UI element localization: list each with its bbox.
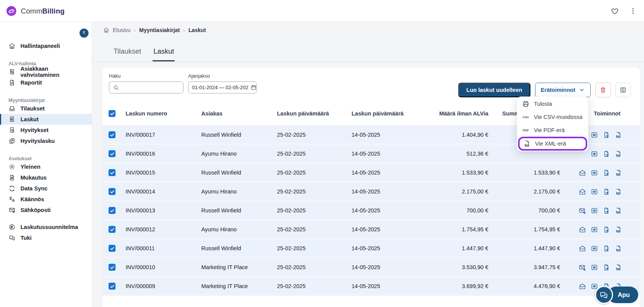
eye-icon[interactable] (591, 226, 598, 233)
gear-icon (8, 163, 15, 170)
xml-file-icon[interactable]: XML (615, 226, 622, 233)
row-checkbox[interactable] (109, 226, 116, 233)
menu-item-tulosta[interactable]: Tulosta (517, 97, 588, 110)
row-checkbox[interactable] (109, 131, 116, 138)
table-row[interactable]: INV/000012Ayumu Hirano25-02-202514-05-20… (102, 220, 640, 239)
help-button[interactable]: Apu (595, 286, 638, 304)
amount-excl-vat: 512,36 € (415, 145, 488, 163)
sidebar-item-raportit[interactable]: Raportit (0, 77, 92, 88)
due-date: 14-05-2025 (352, 277, 423, 295)
mail-open-icon[interactable] (579, 226, 586, 233)
sidebar-item-tilaukset[interactable]: Tilaukset (0, 103, 92, 114)
table-row[interactable]: INV/000013Russell Winfield25-02-202514-0… (102, 202, 640, 220)
row-checkbox[interactable] (109, 169, 116, 176)
xml-file-icon[interactable]: XML (615, 150, 622, 158)
file-export-icon[interactable] (603, 264, 610, 271)
row-checkbox[interactable] (109, 150, 116, 157)
sidebar-item-mukautus[interactable]: Mukautus (0, 172, 92, 183)
mail-send-icon[interactable] (579, 264, 586, 271)
eye-icon[interactable] (591, 207, 598, 214)
table-row[interactable]: INV/000009Marketing IT Place25-02-202514… (102, 277, 640, 296)
due-date: 14-05-2025 (352, 239, 423, 257)
brand: CommBilling (6, 5, 65, 17)
home-icon[interactable] (103, 27, 109, 33)
svg-text:XML: XML (524, 144, 529, 146)
eye-icon[interactable] (591, 188, 598, 195)
mail-send-icon[interactable] (579, 207, 586, 214)
sidebar-item-s-hk-posti[interactable]: Sähköposti (0, 205, 92, 215)
file-export-icon[interactable] (603, 207, 610, 214)
sidebar-item-k-nn-s[interactable]: Käännös (0, 194, 92, 205)
row-checkbox[interactable] (109, 188, 116, 195)
eye-icon[interactable] (591, 264, 598, 271)
invoice-number: INV/000016 (126, 145, 199, 163)
menu-item-vie-csv-muodossa[interactable]: CSVVie CSV-muodossa (517, 110, 588, 124)
breadcrumb-etusivu[interactable]: Etusivu (113, 27, 131, 33)
mail-open-icon[interactable] (579, 188, 586, 195)
breadcrumb-myyntiasiakirjat[interactable]: Myyntiasiakirjat (139, 27, 180, 33)
row-checkbox[interactable] (109, 264, 116, 271)
sidebar-item-laskut[interactable]: Laskut (0, 114, 92, 125)
invoice-euro-icon (8, 116, 15, 123)
amount-excl-vat: 1.754,95 € (415, 220, 488, 238)
sidebar-item-hallintapaneeli[interactable]: Hallintapaneeli (0, 41, 92, 51)
sidebar-item-asiakkaan-vahvistaminen[interactable]: Asiakkaan vahvistaminen (0, 66, 92, 77)
regenerate-invoices-button[interactable]: Luo laskut uudelleen (458, 83, 530, 97)
sidebar-item-yleinen[interactable]: Yleinen (0, 161, 92, 172)
sidebar-item-laskutussuunnitelma[interactable]: Laskutussuunnitelma (0, 222, 92, 232)
tab-laskut[interactable]: Laskut (153, 47, 175, 61)
table-row[interactable]: INV/000015Russell Winfield25-02-202514-0… (102, 164, 640, 183)
xml-file-icon[interactable]: XML (615, 245, 622, 252)
xml-file-icon[interactable]: XML (615, 169, 622, 176)
file-export-icon[interactable] (603, 188, 610, 195)
brand-name-regular: Comm (21, 7, 42, 15)
table-row[interactable]: INV/000011Russell Winfield25-02-202514-0… (102, 239, 640, 258)
columns-settings-button[interactable] (615, 83, 631, 97)
menu-item-vie-pdf-er[interactable]: PDFVie PDF-erä (517, 124, 588, 137)
file-export-icon[interactable] (603, 131, 610, 139)
eye-icon[interactable] (591, 150, 598, 158)
chevron-left-icon (81, 29, 87, 37)
sidebar-item-hyvitykset[interactable]: Hyvitykset (0, 125, 92, 136)
sidebar-item-tuki[interactable]: Tuki (0, 232, 92, 243)
table-row[interactable]: INV/000014Ayumu Hirano25-02-202514-05-20… (102, 183, 640, 202)
sidebar-collapse-button[interactable] (80, 29, 88, 37)
mail-open-icon[interactable] (579, 245, 586, 252)
select-all-checkbox[interactable] (109, 110, 116, 117)
xml-file-icon[interactable]: XML (615, 131, 622, 139)
row-checkbox[interactable] (109, 207, 116, 214)
search-icon (113, 85, 119, 91)
kebab-menu-icon[interactable] (629, 7, 637, 15)
eye-icon[interactable] (591, 169, 598, 176)
file-export-icon[interactable] (603, 150, 610, 158)
menu-item-vie-xml-er[interactable]: XMLVie XML-erä (518, 137, 587, 151)
sidebar-item-hyvityslasku[interactable]: Hyvityslasku (0, 136, 92, 146)
customer-name: Marketing IT Place (201, 258, 275, 276)
sidebar-item-data-sync[interactable]: Data Sync (0, 183, 92, 194)
eye-icon[interactable] (591, 131, 598, 139)
sidebar-item-label: Tuki (20, 235, 32, 241)
xml-file-icon[interactable]: XML (615, 188, 622, 195)
due-date: 14-05-2025 (352, 202, 423, 219)
file-export-icon[interactable] (603, 169, 610, 176)
heart-icon[interactable] (611, 7, 619, 15)
mail-open-icon[interactable] (579, 169, 586, 176)
row-checkbox[interactable] (109, 283, 116, 290)
mail-open-icon[interactable] (579, 283, 586, 290)
tab-tilaukset[interactable]: Tilaukset (113, 47, 142, 61)
breadcrumb-laskut[interactable]: Laskut (189, 27, 206, 33)
xml-file-icon[interactable]: XML (615, 264, 622, 271)
table-row[interactable]: INV/000010Marketing IT Place25-02-202514… (102, 258, 640, 277)
search-input[interactable] (122, 85, 180, 90)
file-export-icon[interactable] (603, 226, 610, 233)
invoice-number: INV/000013 (126, 202, 199, 219)
col-header-actions: Toiminnot (594, 102, 620, 126)
xml-file-icon[interactable]: XML (615, 207, 622, 214)
eye-icon[interactable] (591, 245, 598, 252)
file-export-icon[interactable] (603, 245, 610, 252)
row-checkbox[interactable] (109, 245, 116, 252)
date-range-input[interactable]: 01-01-2024 — 02-05-202 (188, 81, 257, 93)
batch-actions-button[interactable]: Erätoiminnot (535, 83, 591, 97)
delete-button[interactable] (595, 83, 611, 97)
support-chat-icon (595, 286, 613, 304)
